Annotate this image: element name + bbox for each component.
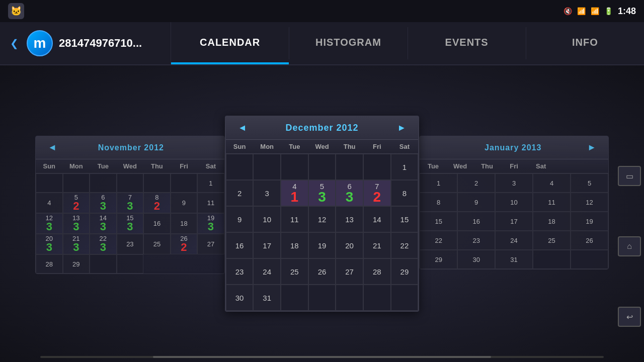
- table-row[interactable]: 8: [391, 180, 419, 206]
- table-row[interactable]: 1: [197, 173, 224, 193]
- table-row[interactable]: 41: [281, 180, 308, 206]
- table-row[interactable]: 11: [197, 193, 224, 213]
- table-row[interactable]: 25: [533, 231, 571, 250]
- dec-prev-btn[interactable]: ◄: [234, 122, 251, 134]
- table-row[interactable]: 1: [391, 154, 419, 180]
- table-row[interactable]: 18: [281, 232, 308, 258]
- table-row[interactable]: 17: [253, 232, 281, 258]
- table-row[interactable]: [533, 250, 571, 269]
- table-row[interactable]: 193: [197, 213, 224, 234]
- table-row[interactable]: 123: [36, 213, 63, 234]
- table-row[interactable]: 24: [253, 258, 281, 285]
- horizontal-scrollbar[interactable]: [40, 356, 604, 358]
- table-row[interactable]: 28: [36, 254, 63, 274]
- dec-next-btn[interactable]: ►: [393, 122, 410, 134]
- table-row[interactable]: 82: [143, 193, 171, 213]
- table-row[interactable]: 12: [571, 193, 608, 212]
- table-row[interactable]: 29: [63, 254, 90, 274]
- table-row[interactable]: 15: [391, 206, 419, 232]
- tab-info[interactable]: INFO: [526, 22, 644, 64]
- table-row[interactable]: [36, 173, 63, 193]
- table-row[interactable]: 9: [171, 193, 198, 213]
- table-row[interactable]: [308, 154, 336, 180]
- jan-next-btn[interactable]: ►: [583, 141, 600, 154]
- tab-calendar[interactable]: CALENDAR: [171, 22, 289, 64]
- table-row[interactable]: 21: [363, 232, 391, 258]
- table-row[interactable]: 28: [363, 258, 391, 285]
- table-row[interactable]: 16: [457, 212, 495, 231]
- table-row[interactable]: 2: [226, 180, 254, 206]
- table-row[interactable]: 9: [226, 206, 254, 232]
- table-row[interactable]: 4: [533, 173, 571, 193]
- table-row[interactable]: 17: [495, 212, 533, 231]
- table-row[interactable]: [336, 285, 363, 311]
- table-row[interactable]: [253, 154, 281, 180]
- scrollbar-thumb[interactable]: [153, 356, 491, 358]
- table-row[interactable]: 27: [197, 234, 224, 254]
- table-row[interactable]: [117, 254, 144, 274]
- table-row[interactable]: 143: [90, 213, 117, 234]
- nov-prev-btn[interactable]: ◄: [44, 141, 61, 154]
- table-row[interactable]: [90, 254, 117, 274]
- table-row[interactable]: 14: [363, 206, 391, 232]
- table-row[interactable]: 4: [36, 193, 63, 213]
- table-row[interactable]: 25: [281, 258, 308, 285]
- table-row[interactable]: 213: [63, 234, 90, 254]
- table-row[interactable]: 3: [495, 173, 533, 193]
- table-row[interactable]: 52: [63, 193, 90, 213]
- table-row[interactable]: [171, 173, 198, 193]
- table-row[interactable]: 22: [420, 231, 457, 250]
- table-row[interactable]: 13: [336, 206, 363, 232]
- table-row[interactable]: 20: [336, 232, 363, 258]
- tab-histogram[interactable]: HISTOGRAM: [289, 22, 407, 64]
- table-row[interactable]: 22: [391, 232, 419, 258]
- back-nav-arrow[interactable]: ❮: [10, 37, 19, 49]
- table-row[interactable]: 30: [226, 285, 254, 311]
- home-button[interactable]: ⌂: [618, 236, 641, 256]
- table-row[interactable]: 72: [363, 180, 391, 206]
- table-row[interactable]: 15: [420, 212, 457, 231]
- table-row[interactable]: 2: [457, 173, 495, 193]
- table-row[interactable]: 26: [571, 231, 608, 250]
- table-row[interactable]: 23: [117, 234, 144, 254]
- table-row[interactable]: 18: [171, 213, 198, 234]
- back-button[interactable]: ↩: [618, 307, 641, 327]
- table-row[interactable]: 9: [457, 193, 495, 212]
- table-row[interactable]: 12: [308, 206, 336, 232]
- table-row[interactable]: 24: [495, 231, 533, 250]
- table-row[interactable]: 31: [495, 250, 533, 269]
- table-row[interactable]: [63, 173, 90, 193]
- table-row[interactable]: 133: [63, 213, 90, 234]
- table-row[interactable]: 26: [308, 258, 336, 285]
- table-row[interactable]: 10: [253, 206, 281, 232]
- table-row[interactable]: [117, 173, 144, 193]
- table-row[interactable]: 5: [571, 173, 608, 193]
- table-row[interactable]: 23: [457, 231, 495, 250]
- table-row[interactable]: 10: [495, 193, 533, 212]
- table-row[interactable]: 53: [308, 180, 336, 206]
- table-row[interactable]: [281, 154, 308, 180]
- table-row[interactable]: 73: [117, 193, 144, 213]
- table-row[interactable]: 63: [336, 180, 363, 206]
- table-row[interactable]: [308, 285, 336, 311]
- table-row[interactable]: 30: [457, 250, 495, 269]
- table-row[interactable]: 19: [308, 232, 336, 258]
- table-row[interactable]: 29: [391, 258, 419, 285]
- table-row[interactable]: [363, 154, 391, 180]
- table-row[interactable]: 11: [533, 193, 571, 212]
- table-row[interactable]: [143, 173, 171, 193]
- table-row[interactable]: [391, 285, 419, 311]
- table-row[interactable]: 153: [117, 213, 144, 234]
- table-row[interactable]: 29: [420, 250, 457, 269]
- table-row[interactable]: 203: [36, 234, 63, 254]
- table-row[interactable]: [336, 154, 363, 180]
- table-row[interactable]: [226, 154, 254, 180]
- table-row[interactable]: 223: [90, 234, 117, 254]
- table-row[interactable]: 19: [571, 212, 608, 231]
- table-row[interactable]: 23: [226, 258, 254, 285]
- table-row[interactable]: 18: [533, 212, 571, 231]
- table-row[interactable]: 11: [281, 206, 308, 232]
- table-row[interactable]: 262: [171, 234, 198, 254]
- table-row[interactable]: [90, 173, 117, 193]
- table-row[interactable]: 27: [336, 258, 363, 285]
